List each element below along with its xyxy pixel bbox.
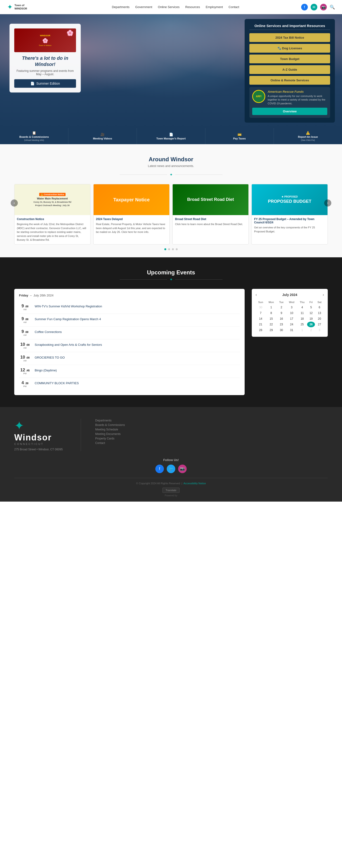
- summer-btn-label: Summer Edition: [36, 82, 60, 85]
- nav-contact[interactable]: Contact: [228, 5, 239, 9]
- instagram-icon[interactable]: 📷: [320, 4, 327, 10]
- quicklink-town-manager[interactable]: 📄 Town Manager's Report: [137, 128, 205, 144]
- email-icon[interactable]: ✉: [311, 4, 317, 10]
- footer-link-property-cards[interactable]: Property Cards: [95, 437, 328, 440]
- event-item-3[interactable]: 9 :00 AM Coffee Connections: [19, 327, 240, 339]
- budget-proposed-label: ★ PROPOSED: [281, 195, 297, 198]
- tax-icon: 💳: [237, 132, 241, 136]
- cal-cell-0-6[interactable]: 6: [315, 305, 324, 310]
- logo[interactable]: ✦ Town ofWINDSOR: [7, 3, 50, 11]
- cal-cell-4-1[interactable]: 29: [266, 327, 277, 333]
- cal-cell-2-2[interactable]: 16: [277, 316, 286, 321]
- quicklink-meeting-videos[interactable]: 🎥 Meeting Videos: [68, 128, 137, 144]
- carousel-dot-2[interactable]: [168, 248, 170, 250]
- event-item-4[interactable]: 10 :00 AM Scrapbooking and Open Arts & C…: [19, 339, 240, 352]
- quicklink-az-guide[interactable]: A-Z Guide: [249, 65, 330, 74]
- cal-cell-1-2[interactable]: 9: [277, 310, 286, 316]
- footer-link-meeting-schedule[interactable]: Meeting Schedule: [95, 428, 328, 431]
- cal-cell-4-6[interactable]: 3: [315, 327, 324, 333]
- quicklink-town-budget[interactable]: Town Budget: [249, 55, 330, 63]
- nav-departments[interactable]: Departments: [112, 5, 130, 9]
- taxpayer-card-body: 2024 Taxes Delayed Real Estate, Personal…: [93, 215, 169, 237]
- carousel-dot-1[interactable]: [164, 248, 166, 250]
- quicklink-online-services[interactable]: Online & Remote Services: [249, 76, 330, 85]
- cal-cell-3-4[interactable]: 25: [297, 321, 307, 327]
- footer-twitter-icon[interactable]: 🐦: [167, 465, 175, 473]
- event-name-5: GROCIERIES TO GO: [35, 355, 65, 359]
- news-card-broad: Broad Street Road Diet Broad Street Road…: [172, 184, 249, 245]
- cal-cell-0-0[interactable]: 30: [256, 305, 266, 310]
- cal-cell-0-2[interactable]: 2: [277, 305, 286, 310]
- cal-cell-4-4[interactable]: 1: [297, 327, 307, 333]
- quicklink-boards[interactable]: 📋 Boards & Commissions (Virtual Meeting …: [0, 128, 68, 144]
- cal-cell-4-5[interactable]: 2: [307, 327, 315, 333]
- cal-cell-1-1[interactable]: 8: [266, 310, 277, 316]
- footer-link-contact[interactable]: Contact: [95, 441, 328, 445]
- cal-cell-2-5[interactable]: 19: [307, 316, 315, 321]
- nav-online-services[interactable]: Online Services: [158, 5, 179, 9]
- calendar-prev-button[interactable]: ‹: [256, 293, 257, 297]
- construction-img-sub: Corey St, Bussey St, & Broadview Rd: [33, 201, 72, 203]
- carousel-prev-button[interactable]: ‹: [11, 199, 18, 207]
- overview-button[interactable]: Overview: [252, 108, 327, 115]
- event-item-6[interactable]: 12 :45 PM Bingo (Daytime): [19, 365, 240, 378]
- search-button[interactable]: 🔍: [330, 4, 335, 10]
- cal-cell-3-2[interactable]: 23: [277, 321, 286, 327]
- cal-cell-0-3[interactable]: 3: [286, 305, 297, 310]
- cal-cell-0-1[interactable]: 1: [266, 305, 277, 310]
- nav-employment[interactable]: Employment: [206, 5, 223, 9]
- event-time-2: 9 :00 AM: [19, 317, 31, 323]
- translate-bar[interactable]: Translate: [163, 488, 179, 493]
- nav-government[interactable]: Government: [135, 5, 152, 9]
- event-item-5[interactable]: 10 :00 AM GROCIERIES TO GO: [19, 352, 240, 365]
- footer-link-meeting-docs[interactable]: Meeting Documents: [95, 432, 328, 436]
- cal-cell-1-4[interactable]: 11: [297, 310, 307, 316]
- summer-edition-button[interactable]: 📄 Summer Edition: [14, 79, 76, 88]
- footer-facebook-icon[interactable]: f: [155, 465, 164, 473]
- event-item-7[interactable]: 4 :30 PM COMMUNITY BLOCK PARTIES: [19, 378, 240, 390]
- cal-day-sun: Sun: [256, 300, 266, 305]
- events-divider-icon: ✦: [170, 277, 173, 282]
- carousel-dot-4[interactable]: [176, 248, 178, 250]
- cal-cell-3-0[interactable]: 21: [256, 321, 266, 327]
- facebook-icon[interactable]: f: [301, 4, 308, 10]
- quicklinks-bar: 📋 Boards & Commissions (Virtual Meeting …: [0, 128, 342, 144]
- cal-cell-4-0[interactable]: 28: [256, 327, 266, 333]
- quicklink-report-issue[interactable]: ⚠️ Report An Issue (See Click Fix): [274, 128, 342, 144]
- cal-cell-3-1[interactable]: 22: [266, 321, 277, 327]
- footer-instagram-icon[interactable]: 📷: [178, 465, 187, 473]
- quicklink-tax-bill[interactable]: 2024 Tax Bill Notice: [249, 33, 330, 42]
- cal-cell-3-6[interactable]: 27: [315, 321, 324, 327]
- logo-star-icon: ✦: [7, 3, 12, 11]
- cal-cell-2-1[interactable]: 15: [266, 316, 277, 321]
- nav-resources[interactable]: Resources: [185, 5, 200, 9]
- broad-card-body: Broad Street Road Diet Click here to lea…: [173, 215, 249, 228]
- privacy-link[interactable]: Accessibility Notice: [183, 482, 206, 485]
- cal-cell-4-3[interactable]: 31: [286, 327, 297, 333]
- footer-link-boards[interactable]: Boards & Commissions: [95, 423, 328, 427]
- footer-link-departments[interactable]: Departments: [95, 419, 328, 422]
- event-item-1[interactable]: 9 :00 AM WIN-TV's Summer KidVid Workshop…: [19, 301, 240, 314]
- cal-cell-1-3[interactable]: 10: [286, 310, 297, 316]
- cal-cell-1-5[interactable]: 12: [307, 310, 315, 316]
- event-hour-5: 10: [21, 355, 25, 360]
- quicklink-pay-taxes[interactable]: 💳 Pay Taxes: [205, 128, 274, 144]
- cal-cell-3-3[interactable]: 24: [286, 321, 297, 327]
- cal-cell-2-3[interactable]: 17: [286, 316, 297, 321]
- event-item-2[interactable]: 9 :00 AM Summer Fun Camp Registration Op…: [19, 314, 240, 327]
- quicklink-dog-licenses[interactable]: 🐾 Dog Licenses: [249, 44, 330, 53]
- cal-cell-0-4[interactable]: 4: [297, 305, 307, 310]
- section-divider: ✦: [14, 173, 328, 177]
- cal-cell-4-2[interactable]: 30: [277, 327, 286, 333]
- budget-card-text: Get an overview of the key components of…: [254, 225, 325, 234]
- cal-cell-1-0[interactable]: 7: [256, 310, 266, 316]
- cal-cell-2-0[interactable]: 14: [256, 316, 266, 321]
- cal-cell-2-4[interactable]: 18: [297, 316, 307, 321]
- cal-cell-2-6[interactable]: 20: [315, 316, 324, 321]
- carousel-dot-3[interactable]: [172, 248, 174, 250]
- cal-cell-1-6[interactable]: 13: [315, 310, 324, 316]
- calendar-next-button[interactable]: ›: [323, 293, 324, 297]
- carousel-next-button[interactable]: ›: [324, 199, 331, 207]
- cal-cell-3-5[interactable]: 26: [307, 321, 315, 327]
- cal-cell-0-5[interactable]: 5: [307, 305, 315, 310]
